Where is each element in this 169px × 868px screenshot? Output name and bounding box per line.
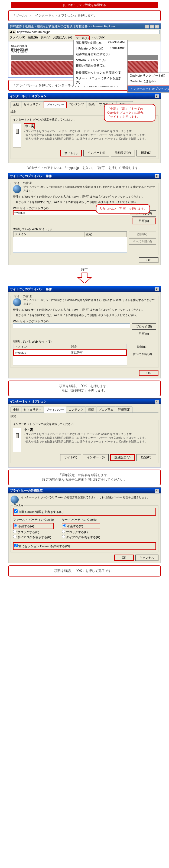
fp-accept-radio[interactable]: 承諾する(A) <box>13 523 54 529</box>
minimize-button[interactable]: _ <box>145 25 149 28</box>
close-icon[interactable]: × <box>154 287 159 291</box>
remove-button[interactable]: 削除(R) <box>129 344 156 350</box>
removeall-button: すべて削除(M) <box>129 239 156 245</box>
advanced-button[interactable]: 詳細設定(V) <box>110 454 135 461</box>
callout-1-text: 「中高」「高」「すべてのCookieをブロック」の場合、「サイト」を押します。 <box>107 107 146 118</box>
ok-button[interactable]: OK <box>139 257 159 263</box>
first-party-group: ファースト パーティの Cookie 承諾する(A) ブロックする(B) ダイア… <box>13 518 54 540</box>
tab-general[interactable]: 全般 <box>10 101 21 108</box>
menuitem-tracking[interactable]: 追跡防止を有効にする(K) <box>74 52 127 57</box>
default-button[interactable]: 既定(D) <box>137 150 156 156</box>
ok-button[interactable]: OK <box>139 370 159 376</box>
menu-file[interactable]: ファイル(F) <box>9 35 25 40</box>
dialog-title: プライバシーの詳細設定 × <box>8 488 161 493</box>
import-button[interactable]: インポート(I) <box>83 454 109 461</box>
level-desc-1: - コンパクトなプライバシー ポリシーのないサード パーティの Cookie を… <box>24 129 156 133</box>
arrow-down: 許可 <box>0 268 169 284</box>
step1-box: 「ツール」＞「インターネットオプション」を押します。 <box>8 10 161 21</box>
close-icon[interactable]: × <box>154 94 159 98</box>
tab-privacy[interactable]: プライバシー <box>44 407 66 413</box>
privacy-zone-frame: インターネット ゾーンの設定を選択してください。 中 - 高 - コンパクトなプ… <box>10 115 159 159</box>
close-button[interactable]: × <box>154 25 159 28</box>
menuitem-internet-options[interactable]: インターネット オプション(O) <box>128 86 169 92</box>
advanced-desc: インターネット ゾーンでの Cookie の処理方法を選択できます。これは自動 … <box>21 496 150 499</box>
session-checkbox[interactable]: 常にセッション Cookie を許可する(W) <box>14 544 155 548</box>
back-icon[interactable]: ◀ <box>9 30 12 34</box>
close-icon[interactable]: × <box>154 174 159 178</box>
globe-icon <box>13 298 21 306</box>
row-setting: 常に許可 <box>70 350 126 355</box>
menuitem-onenote-link[interactable]: OneNote リンク ノート(K) <box>128 73 169 79</box>
allow-button[interactable]: 許可(A) <box>132 331 156 337</box>
sites-button[interactable]: サイト(S) <box>60 454 81 461</box>
url-input[interactable] <box>16 30 160 34</box>
tab-privacy[interactable]: プライバシー <box>44 101 67 108</box>
table-row[interactable]: mypot.jp 常に許可 <box>13 350 126 355</box>
fp-block-radio[interactable]: ブロックする(B) <box>13 530 54 534</box>
addr-label: Web サイトのアドレス(W): <box>13 319 156 323</box>
menuitem-diagnose[interactable]: 接続の問題を診断(C)... <box>74 63 127 68</box>
tab-security[interactable]: セキュリティ <box>21 101 44 108</box>
menuitem-onenote-send[interactable]: OneNote に送る(N) <box>128 79 169 84</box>
tab-content[interactable]: コンテンツ <box>66 406 86 412</box>
tab-connection[interactable]: 接続 <box>86 101 97 108</box>
managed-sites-list[interactable]: ドメイン設定 <box>13 231 127 253</box>
privacy-slider[interactable] <box>13 428 21 452</box>
maximize-button[interactable]: □ <box>150 25 154 28</box>
tab-advanced[interactable]: 詳細設定 <box>116 406 133 412</box>
privacy-zone-frame: インターネット ゾーンの設定を選択してください。 中 - 高 - コンパクトなプ… <box>10 420 159 463</box>
forward-icon[interactable]: ▶ <box>13 30 15 34</box>
menuitem-addstart[interactable]: スタート メニューにサイトを追加(M) <box>74 75 127 85</box>
slider-thumb[interactable] <box>16 433 19 438</box>
cancel-button[interactable]: キャンセル <box>135 555 159 561</box>
managed-sites-list[interactable]: ドメイン設定 mypot.jp 常に許可 <box>13 344 127 365</box>
tab-general[interactable]: 全般 <box>10 406 21 412</box>
override-checkbox[interactable]: 自動 Cookie 処理を上書きする(O) <box>14 509 155 514</box>
tab-connection[interactable]: 接続 <box>86 406 96 412</box>
level-desc-3: - 個人を特定できる情報を明示的な同意なしに保存するファースト パーティの Co… <box>24 137 156 141</box>
site-mgmt-label: サイトの管理 <box>13 294 32 298</box>
persite-desc2: 管理する Web サイトの完全なアドレスを入力してから、[許可] または [ブロ… <box>13 195 156 199</box>
tp-prompt-radio[interactable]: ダイアログを表示する(R) <box>62 535 100 539</box>
step4-box: 項目を確認、「OK」を押します。 次に「詳細設定」を押します。 <box>8 380 161 396</box>
managed-label: 管理している Web サイト(S): <box>13 340 156 344</box>
fp-prompt-radio[interactable]: ダイアログを表示する(P) <box>13 535 54 539</box>
row-domain: mypot.jp <box>13 350 70 355</box>
level-desc-3: - 個人を特定できる情報を明示的な同意なしに保存するファースト パーティの Co… <box>24 440 156 444</box>
step6-text: 項目を確認、「OK」を押して完了です。 <box>54 569 114 573</box>
removeall-button[interactable]: すべて削除(M) <box>129 351 156 357</box>
menuitem-delete-history[interactable]: 閲覧履歴の削除(D)...Ctrl+Shift+Del <box>74 40 127 46</box>
menuitem-inprivate[interactable]: InPrivate ブラウズ(I)Ctrl+Shift+P <box>74 46 127 52</box>
site-address-input[interactable] <box>13 323 130 328</box>
ok-button[interactable]: OK <box>114 555 134 561</box>
options-tabs: 全般 セキュリティ プライバシー コンテンツ 接続 プログラム 詳細設定 <box>10 406 159 413</box>
menu-edit[interactable]: 編集(E) <box>28 35 38 40</box>
advanced-button[interactable]: 詳細設定(V) <box>111 150 135 156</box>
tp-accept-radio[interactable]: 承諾する(C) <box>62 523 100 529</box>
privacy-slider[interactable] <box>13 123 21 148</box>
step1-text: 「ツール」＞「インターネットオプション」を押します。 <box>12 13 97 17</box>
menu-view[interactable]: 表示(V) <box>40 35 51 40</box>
default-button[interactable]: 既定(D) <box>137 454 156 461</box>
menuitem-reopen[interactable]: 最終閲覧セッションを再度開く(S) <box>74 70 127 75</box>
step4-line1: 項目を確認、「OK」を押します。 <box>12 384 157 389</box>
step5-line2: 設定内容が異なる場合は画面と同じ設定をしてください。 <box>12 477 157 482</box>
tab-programs[interactable]: プログラム <box>96 406 116 412</box>
close-icon[interactable]: × <box>154 489 159 493</box>
sites-button[interactable]: サイト(S) <box>60 150 82 156</box>
ie-titlebar: 野村證券｜退職金・相続など資産運用のご相談は野村證券へ - Internet E… <box>8 24 161 29</box>
step3-text: Webサイトのアドレスに「mypot.jp」を入力、「許可」を押して 登録します… <box>8 166 161 170</box>
persite-desc2: 管理する Web サイトの完全なアドレスを入力してから、[許可] または [ブロ… <box>13 308 156 312</box>
allow-button[interactable]: 許可(A) <box>132 218 156 224</box>
callout-2-text: 入力したあと「許可」を押します。 <box>99 207 147 210</box>
menu-favorites[interactable]: お気に入り(A) <box>53 35 72 40</box>
tab-security[interactable]: セキュリティ <box>21 406 44 412</box>
tp-block-radio[interactable]: ブロックする(L) <box>62 530 100 534</box>
tools-submenu: OneNote リンク ノート(K) OneNote に送る(N) インターネッ… <box>127 72 169 93</box>
tab-content[interactable]: コンテンツ <box>67 101 86 108</box>
menuitem-activex[interactable]: ActiveX フィルター(X) <box>74 57 127 63</box>
slider-thumb[interactable] <box>16 129 19 134</box>
import-button[interactable]: インポート(I) <box>83 150 109 156</box>
block-button[interactable]: ブロック(B) <box>132 323 156 330</box>
close-icon[interactable]: × <box>154 400 159 404</box>
